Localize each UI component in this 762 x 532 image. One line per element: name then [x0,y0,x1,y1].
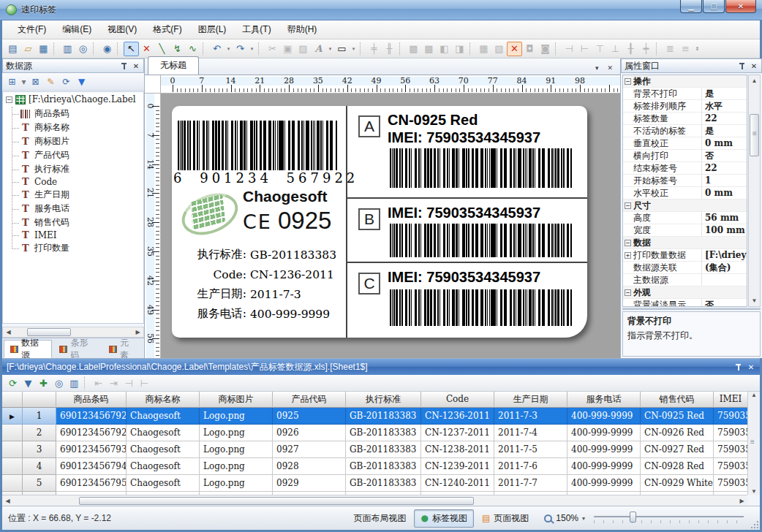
print-preview-button[interactable]: ◎ [75,42,91,56]
property-value[interactable]: 1 [702,175,747,186]
datasource-field-item[interactable]: 打印数量 [10,241,143,255]
pin-icon[interactable] [734,363,742,371]
panel-tab[interactable]: 元素 [102,340,143,358]
table-cell[interactable]: 690123456793 [56,441,127,458]
table-cell[interactable]: 0927 [273,441,346,458]
table-cell[interactable]: GB-201183383 [346,441,421,458]
node-align-button[interactable]: ╪ [366,42,382,56]
scroll-left-icon[interactable]: ◀ [2,498,13,504]
table-vscrollbar[interactable]: ▲ ▼ [747,392,760,495]
refresh-datasource-button[interactable]: ⟳ [59,75,74,89]
toolbar-overflow-button[interactable]: ⇕ [693,42,701,56]
expand-icon[interactable] [625,165,631,172]
node-center-button[interactable]: ╫ [382,42,397,56]
cut-button[interactable]: ✂ [265,42,280,56]
column-header[interactable]: 服务电话 [567,392,641,408]
page-view-button[interactable]: ▤ 页面视图 [475,509,535,528]
brand-logo[interactable] [179,186,238,238]
table-cell[interactable]: Chaogesoft [127,458,200,475]
expand-icon[interactable]: + [625,252,631,259]
redo-dropdown[interactable]: ▾ [248,42,256,56]
row-selector[interactable] [2,408,23,425]
table-cell[interactable]: CN-1236-2011 [421,408,494,425]
polyline-tool-button[interactable]: ↯ [170,42,185,56]
pin-icon[interactable] [738,62,746,70]
expand-icon[interactable] [625,91,631,97]
shape-button[interactable]: ▭ [334,42,350,56]
table-cell[interactable]: Chaogesoft [127,441,200,458]
table-cell[interactable]: 400-999-9999 [567,408,641,425]
select-tool-button[interactable]: ↖ [124,42,139,56]
table-cell[interactable]: 400-999-9999 [567,458,641,475]
table-cell[interactable]: 0928 [273,458,346,475]
menu-item[interactable]: 工具(T) [234,21,279,38]
expand-icon[interactable] [625,178,631,184]
row-selector[interactable] [2,425,23,441]
scroll-thumb[interactable] [750,401,759,439]
resize-grip[interactable] [750,520,759,529]
send-to-back-button[interactable]: ▩ [421,42,437,56]
property-value[interactable]: 56 mm [702,213,747,223]
table-cell[interactable]: Logo.png [200,475,273,492]
table-cell[interactable]: CN-1238-2011 [421,441,494,458]
expand-icon[interactable] [625,190,631,197]
label-page[interactable]: 6 901234 567922 Chaogesoft CE 0925 执行标准:… [172,106,587,338]
table-cell[interactable]: 0926 [273,425,346,441]
label-section-c[interactable]: C IMEI: 75903534345937 [347,262,587,338]
label-info-line[interactable]: Code: CN-1236-2011 [172,265,346,284]
filter-data-button[interactable]: ▼ [20,376,36,390]
refresh-data-button[interactable]: ⟳ [5,376,20,390]
datasource-field-item[interactable]: 商品条码 [10,107,143,121]
table-cell[interactable]: 400-999-9999 [567,441,641,458]
property-value[interactable]: 22 [702,163,747,173]
table-cell[interactable]: CN-0927 Red [641,441,714,458]
property-value[interactable]: 水平 [702,100,747,113]
label-section-a[interactable]: A CN-0925 Red IMEI: 75903534345937 [347,106,587,197]
table-cell[interactable]: 2011-7-4 [494,425,567,441]
delete-button[interactable]: ✕ [139,42,154,56]
bring-forward-button[interactable]: ◧ [437,42,452,56]
property-grid-scrollbar[interactable]: ▲ ▼ [748,75,761,307]
table-row[interactable]: 3 690123456793 Chaogesoft Logo.png 0927 … [2,441,747,458]
datasource-field-item[interactable]: 销售代码 [10,216,143,229]
table-cell[interactable]: Chaogesoft [127,475,200,492]
help-button[interactable]: ◉ [99,42,115,56]
scroll-down-icon[interactable]: ▼ [749,488,760,495]
font-button[interactable]: A [311,42,326,56]
slider-thumb[interactable] [630,512,636,522]
table-cell[interactable]: CN-0929 White [641,475,714,492]
table-cell[interactable]: 690123456792 [56,408,127,425]
description-splitter[interactable] [622,308,761,310]
collapse-icon[interactable]: − [6,96,12,103]
unlock-button[interactable]: ◙ [537,42,553,56]
expand-icon[interactable] [625,103,631,110]
table-cell[interactable]: 759035 [714,458,747,475]
expand-icon[interactable] [625,115,631,122]
undo-button[interactable]: ↶ [209,42,225,56]
property-value[interactable]: 否 [702,150,747,162]
property-value[interactable]: 100 mm [702,225,747,235]
property-value[interactable]: 是 [702,125,747,137]
scroll-down-icon[interactable]: ▼ [749,295,760,306]
property-value[interactable]: (集合) [702,262,747,274]
table-cell[interactable]: 0929 [273,475,346,492]
align-right-button[interactable]: ⊢ [577,42,592,56]
new-document-button[interactable]: ▤ [5,42,20,56]
scroll-right-icon[interactable]: ▶ [736,498,747,504]
table-hscrollbar[interactable]: ◀ ▶ [2,495,747,506]
table-cell[interactable]: 2011-7-5 [494,441,567,458]
scroll-thumb[interactable] [750,114,759,156]
label-info-line[interactable]: 执行标准: GB-201183383 [172,245,346,265]
close-icon[interactable]: ✕ [747,363,755,371]
undo-dropdown[interactable]: ▾ [225,42,233,56]
table-cell[interactable]: Chaogesoft [127,408,200,425]
panel-tab[interactable]: 条形码 [53,340,101,358]
center-horizontal-button[interactable]: ┿ [638,42,654,56]
table-row[interactable]: 5 690123456795 Chaogesoft Logo.png 0929 … [2,475,747,492]
table-cell[interactable]: 2011-7-7 [494,475,567,492]
tree-root-node[interactable]: − [F:\drieya\Chaoge.Label [3,92,143,107]
property-value[interactable]: 22 [702,113,747,123]
table-cell[interactable]: 0925 [273,408,346,425]
zoom-control[interactable]: 150% ▾ [541,513,588,523]
align-top-button[interactable]: ⊤ [592,42,608,56]
